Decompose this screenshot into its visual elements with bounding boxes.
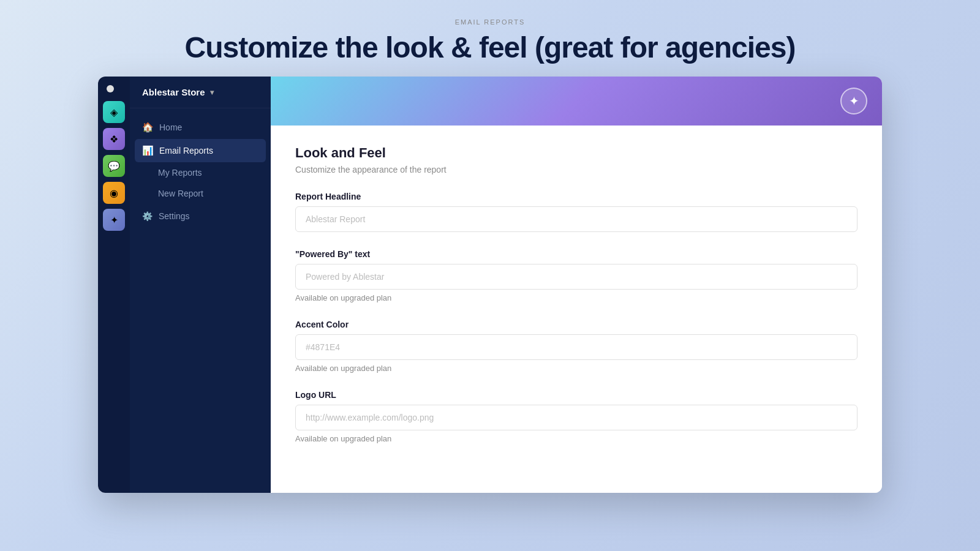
sidebar-icons: ◈ ❖ 💬 ◉ ✦ [98, 77, 130, 493]
form-group-powered-by: "Powered By" text Available on upgraded … [295, 249, 858, 302]
label-powered-by: "Powered By" text [295, 249, 858, 259]
label-accent-color: Accent Color [295, 320, 858, 329]
home-icon: 🏠 [142, 122, 153, 133]
sidebar-item-settings[interactable]: ⚙️ Settings [130, 204, 271, 228]
window-dot [107, 85, 114, 92]
sidebar-item-home[interactable]: 🏠 Home [130, 116, 271, 139]
sidebar-sub-nav: My Reports New Report [130, 162, 271, 204]
main-content: ✦ Look and Feel Customize the appearance… [271, 77, 882, 493]
input-powered-by[interactable] [295, 264, 858, 290]
hint-logo-url: Available on upgraded plan [295, 434, 858, 443]
input-report-headline[interactable] [295, 206, 858, 232]
section-title: Look and Feel [295, 145, 858, 161]
label-logo-url: Logo URL [295, 390, 858, 400]
store-name: Ablestar Store [142, 87, 205, 97]
sidebar-nav: 🏠 Home 📊 Email Reports My Reports New Re… [130, 108, 271, 493]
form-group-headline: Report Headline [295, 192, 858, 232]
section-subtitle: Customize the appearance of the report [295, 165, 858, 174]
settings-icon: ⚙️ [142, 211, 153, 221]
sidebar-icon-chat[interactable]: 💬 [103, 155, 125, 177]
page-title: Customize the look & feel (great for age… [0, 31, 980, 64]
page-header: EMAIL REPORTS Customize the look & feel … [0, 0, 980, 77]
header-badge: ✦ [840, 88, 867, 114]
input-logo-url[interactable] [295, 405, 858, 430]
sidebar-label-email-reports: Email Reports [159, 146, 213, 156]
chevron-down-icon: ▾ [210, 88, 214, 97]
sidebar-icon-star[interactable]: ✦ [103, 209, 125, 231]
my-reports-label: My Reports [158, 168, 202, 178]
sidebar-item-my-reports[interactable]: My Reports [130, 162, 271, 183]
hint-powered-by: Available on upgraded plan [295, 293, 858, 302]
content-body: Look and Feel Customize the appearance o… [271, 126, 882, 493]
email-reports-icon: 📊 [142, 145, 153, 156]
page-subtitle: EMAIL REPORTS [0, 18, 980, 26]
sidebar-icon-layers[interactable]: ❖ [103, 128, 125, 150]
sidebar-main: Ablestar Store ▾ 🏠 Home 📊 Email Reports … [130, 77, 271, 493]
hint-accent-color: Available on upgraded plan [295, 364, 858, 373]
sidebar-icon-feedback[interactable]: ◉ [103, 182, 125, 204]
form-group-logo-url: Logo URL Available on upgraded plan [295, 390, 858, 443]
sidebar-item-new-report[interactable]: New Report [130, 183, 271, 204]
app-window: ◈ ❖ 💬 ◉ ✦ Ablestar Store ▾ 🏠 Home 📊 Emai… [98, 77, 882, 493]
label-report-headline: Report Headline [295, 192, 858, 201]
form-group-accent-color: Accent Color Available on upgraded plan [295, 320, 858, 373]
new-report-label: New Report [158, 189, 203, 198]
sidebar-item-email-reports[interactable]: 📊 Email Reports [135, 139, 266, 162]
store-selector[interactable]: Ablestar Store ▾ [130, 77, 271, 108]
input-accent-color[interactable] [295, 334, 858, 360]
sidebar-label-home: Home [159, 122, 182, 132]
sidebar-label-settings: Settings [159, 211, 190, 221]
content-header: ✦ [271, 77, 882, 126]
sidebar-icon-teal[interactable]: ◈ [103, 101, 125, 123]
